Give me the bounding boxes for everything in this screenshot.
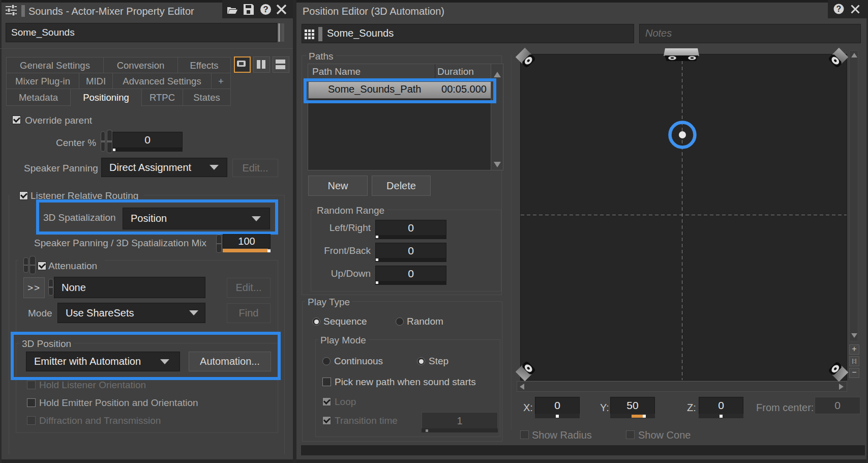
svg-text:?: ? — [263, 5, 268, 14]
svg-text:?: ? — [836, 5, 842, 13]
